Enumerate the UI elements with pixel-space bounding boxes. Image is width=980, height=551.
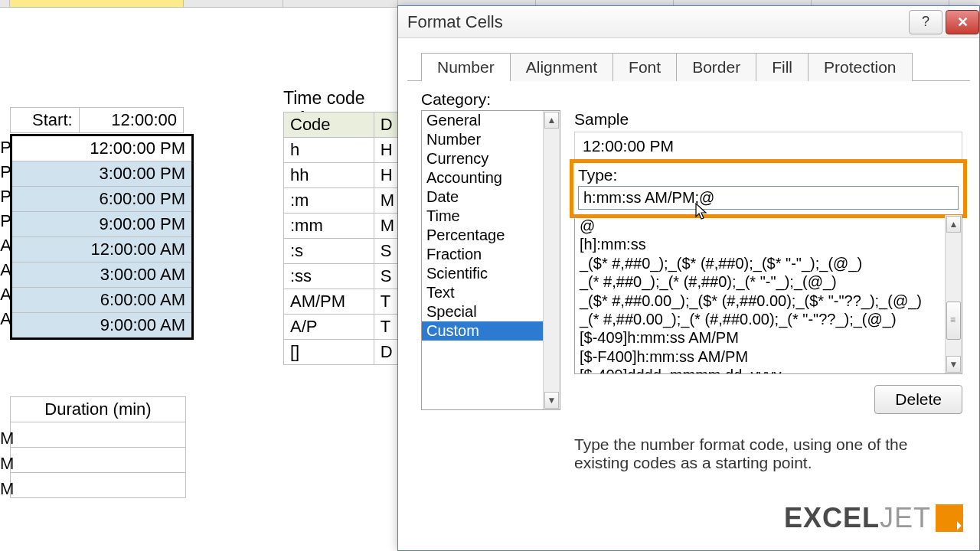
ref-code: h <box>284 138 374 163</box>
format-item[interactable]: [h]:mm:ss <box>580 235 940 253</box>
category-label: Category: <box>421 90 962 109</box>
scroll-down-icon[interactable]: ▼ <box>544 392 559 409</box>
ampm-sliver: A <box>0 282 11 307</box>
col-header-d[interactable] <box>10 0 184 7</box>
ref-code: :ss <box>284 264 374 289</box>
format-listbox[interactable]: @[h]:mm:ss_($* #,##0_);_($* (#,##0);_($*… <box>574 215 962 374</box>
category-listbox[interactable]: GeneralNumberCurrencyAccountingDateTimeP… <box>421 110 560 410</box>
close-icon: ✕ <box>957 14 969 31</box>
close-button[interactable]: ✕ <box>946 10 979 34</box>
start-label: Start: <box>11 108 80 133</box>
format-item[interactable]: _($* #,##0.00_);_($* (#,##0.00);_($* "-"… <box>580 292 940 310</box>
ref-code: hh <box>284 163 374 188</box>
tab-border[interactable]: Border <box>676 53 756 81</box>
m-sliver: M <box>0 451 11 476</box>
ampm-sliver: P <box>0 209 11 233</box>
tab-fill[interactable]: Fill <box>756 53 808 81</box>
format-cells-dialog: Format Cells ? ✕ NumberAlignmentFontBord… <box>397 5 980 551</box>
duration-cell[interactable] <box>11 473 186 498</box>
scroll-up-icon[interactable]: ▲ <box>544 112 559 129</box>
category-item[interactable]: General <box>422 111 543 130</box>
format-item[interactable]: _(* #,##0_);_(* (#,##0);_(* "-"_);_(@_) <box>580 272 940 291</box>
help-button[interactable]: ? <box>909 10 942 34</box>
ref-code: :m <box>284 188 374 214</box>
ampm-sliver: P <box>0 135 11 160</box>
category-item[interactable]: Percentage <box>422 226 543 245</box>
m-sliver: M <box>0 476 11 501</box>
ref-code: AM/PM <box>284 289 374 315</box>
time-cell[interactable]: 12:00:00 PM <box>11 135 193 161</box>
listbox-scrollbar[interactable]: ▲ ▼ <box>543 111 560 409</box>
ampm-sliver: P <box>0 160 11 184</box>
ampm-sliver: A <box>0 233 11 258</box>
dialog-tabs: NumberAlignmentFontBorderFillProtection <box>398 38 979 80</box>
time-cell[interactable]: 9:00:00 PM <box>11 212 193 237</box>
category-item[interactable]: Custom <box>422 321 543 341</box>
duration-header: Duration (min) <box>11 397 186 422</box>
time-cell[interactable]: 12:00:00 AM <box>11 237 193 262</box>
ref-header-code: Code <box>284 112 374 138</box>
watermark: EXCELJET <box>784 502 963 534</box>
ref-code: :mm <box>284 214 374 239</box>
duration-cell[interactable] <box>11 422 186 448</box>
sample-value: 12:00:00 PM <box>574 132 962 161</box>
ampm-sliver: A <box>0 258 11 282</box>
time-cell[interactable]: 9:00:00 AM <box>11 313 193 339</box>
time-cell[interactable]: 6:00:00 AM <box>11 288 193 313</box>
scroll-thumb[interactable] <box>946 302 961 340</box>
tab-font[interactable]: Font <box>612 53 677 81</box>
tab-number[interactable]: Number <box>421 53 511 81</box>
ampm-sliver: P <box>0 184 11 209</box>
format-item[interactable]: @ <box>580 217 940 235</box>
format-item[interactable]: _($* #,##0_);_($* (#,##0);_($* "-"_);_(@… <box>580 254 940 272</box>
time-cell[interactable]: 3:00:00 PM <box>11 161 193 187</box>
sample-label: Sample <box>574 110 962 129</box>
help-icon: ? <box>922 14 929 30</box>
category-item[interactable]: Accounting <box>422 168 543 187</box>
hint-text: Type the number format code, using one o… <box>574 414 962 472</box>
format-item[interactable]: _(* #,##0.00_);_(* (#,##0.00);_(* "-"??_… <box>580 310 940 328</box>
ref-code: :s <box>284 239 374 264</box>
scroll-up-icon[interactable]: ▲ <box>946 216 961 233</box>
format-item[interactable]: [$-409]dddd, mmmm dd, yyyy <box>580 366 940 373</box>
scroll-down-icon[interactable]: ▼ <box>946 356 961 373</box>
m-sliver: M <box>0 425 11 451</box>
time-cell[interactable]: 6:00:00 PM <box>11 187 193 212</box>
category-item[interactable]: Currency <box>422 149 543 168</box>
category-item[interactable]: Special <box>422 302 543 321</box>
dialog-titlebar[interactable]: Format Cells ? ✕ <box>398 6 979 38</box>
ampm-sliver: A <box>0 307 11 331</box>
type-highlight: Type: <box>570 159 967 218</box>
category-item[interactable]: Fraction <box>422 245 543 264</box>
start-value: 12:00:00 <box>79 108 183 133</box>
watermark-logo-icon <box>936 504 963 532</box>
duration-cell[interactable] <box>11 448 186 473</box>
category-item[interactable]: Scientific <box>422 264 543 283</box>
category-item[interactable]: Text <box>422 283 543 302</box>
time-cell[interactable]: 3:00:00 AM <box>11 262 193 288</box>
ref-code: [] <box>284 340 374 365</box>
selected-range[interactable]: 12:00:00 PM3:00:00 PM6:00:00 PM9:00:00 P… <box>10 134 194 340</box>
dialog-title: Format Cells <box>407 12 503 32</box>
tab-protection[interactable]: Protection <box>808 53 913 81</box>
ref-code: A/P <box>284 315 374 340</box>
tab-alignment[interactable]: Alignment <box>510 53 613 81</box>
category-item[interactable]: Date <box>422 187 543 207</box>
category-item[interactable]: Time <box>422 207 543 226</box>
format-item[interactable]: [$-409]h:mm:ss AM/PM <box>580 328 940 347</box>
format-scrollbar[interactable]: ▲ ▼ <box>945 215 962 373</box>
delete-button[interactable]: Delete <box>874 385 962 414</box>
type-label: Type: <box>578 166 959 184</box>
type-input[interactable] <box>578 186 959 210</box>
format-item[interactable]: [$-F400]h:mm:ss AM/PM <box>580 347 940 366</box>
category-item[interactable]: Number <box>422 130 543 149</box>
